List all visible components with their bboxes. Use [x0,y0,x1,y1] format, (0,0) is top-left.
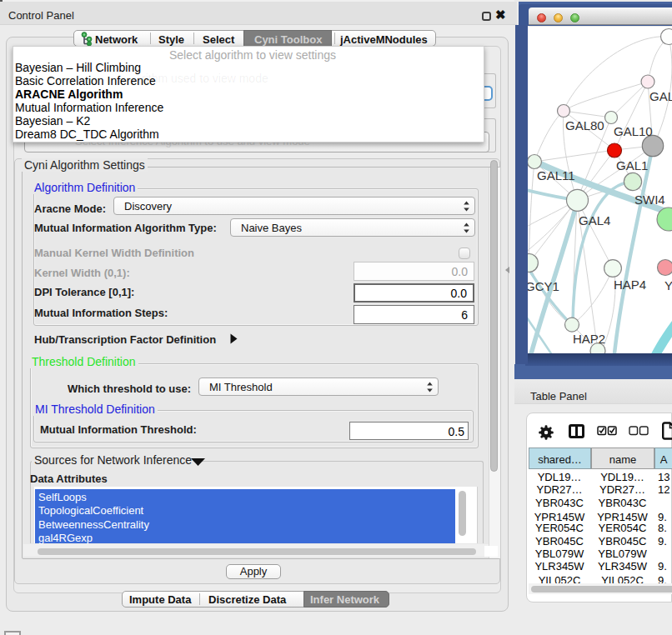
svg-text:HAP4: HAP4 [614,278,646,292]
svg-text:HAP2: HAP2 [573,332,605,346]
svg-text:GCY1: GCY1 [528,279,559,293]
svg-text:SWI4: SWI4 [634,192,665,207]
svg-text:GAL2: GAL2 [649,89,672,103]
svg-text:GAL10: GAL10 [614,124,653,138]
svg-text:Y: Y [664,278,672,292]
svg-text:GAL11: GAL11 [537,168,575,182]
svg-text:GAL4: GAL4 [579,213,610,228]
svg-text:GAL1: GAL1 [616,158,648,172]
svg-text:GAL80: GAL80 [565,118,604,132]
